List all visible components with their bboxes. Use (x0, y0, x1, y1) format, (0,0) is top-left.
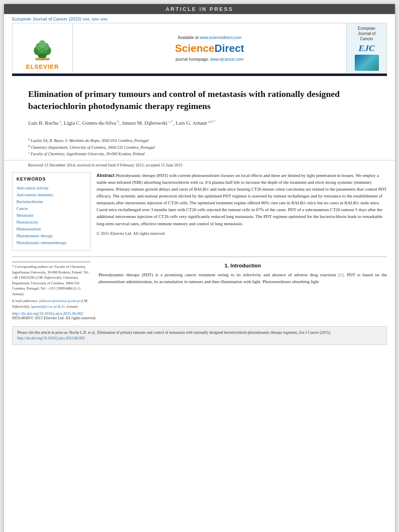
copyright-line: © 2015 Elsevier Ltd. All rights reserved… (97, 230, 387, 237)
keyword-phototoxicity[interactable]: Phototoxicity (16, 219, 86, 226)
email-dabrowski-link[interactable]: jdabrows@chemia.uj.edu.pl (39, 299, 80, 303)
introduction-heading: 1. Introduction (224, 263, 261, 269)
keywords-box: KEYWORDS Anti-cancer activity Anti-tumou… (12, 172, 90, 251)
abstract-text: Photodynamic therapy (PDT) with current … (97, 173, 387, 226)
banner-text: ARTICLE IN PRESS (166, 6, 234, 12)
ejc-logo-box: European Journal of Cancer EJC (346, 23, 387, 73)
footnote-body: Faculty of Chemistry, Jagiellonian Unive… (12, 265, 90, 296)
affiliations: a Luzitin SA, R. Bayer, S. Martinho do B… (4, 137, 395, 157)
elsevier-tree-icon (27, 39, 58, 62)
aff-super-c: c (28, 151, 30, 154)
footnotes-left: * Corresponding authors at: Faculty of C… (12, 262, 90, 309)
footnote-corresponding: * Corresponding authors at: Faculty of C… (12, 264, 90, 297)
footnotes-top-divider (12, 262, 90, 262)
elsevier-logo-box: ELSEVIER (12, 23, 73, 73)
svg-rect-8 (35, 58, 49, 60)
abstract-section: Abstract Photodynamic therapy (PDT) with… (97, 172, 387, 237)
two-col-section: KEYWORDS Anti-cancer activity Anti-tumou… (4, 172, 395, 251)
citation-link[interactable]: http://dx.doi.org/10.1016/j.ejca.2015.06… (17, 336, 85, 340)
article-in-press-banner: ARTICLE IN PRESS (4, 4, 395, 14)
page: ARTICLE IN PRESS European Journal of Can… (4, 4, 395, 532)
author-super-c: c,* (169, 119, 173, 123)
author-super-a: a (60, 119, 61, 123)
sciencedirect-box: Available at www.sciencedirect.com Scien… (73, 23, 346, 73)
keyword-anti-tumour[interactable]: Anti-tumour immunity (16, 191, 86, 198)
sciencedirect-url[interactable]: www.sciencedirect.com (200, 35, 241, 40)
footnote-corresponding-text: Corresponding authors at: (15, 265, 53, 269)
introduction-heading-wrapper: 1. Introduction (99, 262, 387, 269)
doi-issn: 0959-8049/© 2015 Elsevier Ltd. All right… (12, 316, 387, 320)
journal-homepage-text: journal homepage: www.ejcancer.com (176, 57, 243, 62)
doi-area: http://dx.doi.org/10.1016/j.ejca.2015.06… (4, 309, 395, 322)
author-super-b: b (117, 119, 119, 123)
ejc-cover-image (355, 55, 379, 71)
article-title-area: Elimination of primary tumours and contr… (4, 76, 395, 137)
keyword-immunotherapy[interactable]: Photodynamic-immunotherapy (16, 239, 86, 246)
right-col: Abstract Photodynamic therapy (PDT) with… (97, 172, 387, 251)
aff-super-a: a (28, 138, 30, 141)
available-at-text: Available at www.sciencedirect.com (178, 35, 241, 40)
keywords-title: KEYWORDS (16, 177, 86, 181)
keyword-bacteriochlorins[interactable]: Bacteriochlorins (16, 198, 86, 205)
sd-direct: Direct (214, 42, 244, 54)
keyword-metastasis[interactable]: Metastasis (16, 212, 86, 219)
doi-link-line: http://dx.doi.org/10.1016/j.ejca.2015.06… (12, 311, 387, 316)
introduction-text: Photodynamic therapy (PDT) is a promisin… (99, 271, 387, 285)
email-arnaut-link[interactable]: lgarnaut@ci.uc.pt (31, 304, 57, 308)
email-arnaut-name: (L.G. Arnaut). (58, 304, 79, 308)
svg-point-7 (39, 40, 46, 48)
footnotes-right: 1. Introduction Photodynamic therapy (PD… (99, 262, 387, 309)
left-col: KEYWORDS Anti-cancer activity Anti-tumou… (12, 172, 90, 251)
doi-link[interactable]: http://dx.doi.org/10.1016/j.ejca.2015.06… (12, 311, 83, 316)
article-title: Elimination of primary tumours and contr… (28, 88, 371, 112)
journal-header: European Journal of Cancer (2015) xxx, x… (4, 14, 395, 21)
intro-text-part1: Photodynamic therapy (PDT) is a promisin… (99, 272, 338, 277)
journal-title-line: European Journal of Cancer (2015) xxx, x… (12, 16, 387, 21)
ejc-letters: EJC (358, 43, 374, 53)
author-super-ab: a,b,* (208, 119, 216, 123)
affiliation-b: b Chemistry Department, University of Co… (28, 144, 371, 150)
footnote-email: E-mail addresses: jdabrows@chemia.uj.edu… (12, 298, 90, 309)
sd-science: Science (175, 42, 214, 54)
section-divider (12, 257, 387, 257)
abstract-label: Abstract (97, 173, 115, 178)
footnotes-area: * Corresponding authors at: Faculty of C… (4, 262, 395, 309)
citation-text: Please cite this article in press as: Ro… (17, 331, 331, 335)
keyword-photodynamic[interactable]: Photodynamic therapy (16, 232, 86, 239)
footnote-star: * (12, 265, 15, 269)
elsevier-text: ELSEVIER (26, 63, 59, 70)
journal-homepage-link[interactable]: www.ejcancer.com (210, 57, 243, 62)
header-logos-row: ELSEVIER Available at www.sciencedirect.… (12, 23, 387, 74)
sciencedirect-logo: ScienceDirect (175, 42, 244, 55)
authors-line: Luis B. Rocha a, Lígia C. Gomes-da-Silva… (28, 119, 371, 127)
keyword-cancer[interactable]: Cancer (16, 205, 86, 212)
email-label: E-mail addresses: (12, 299, 38, 303)
keyword-anti-cancer[interactable]: Anti-cancer activity (16, 185, 86, 191)
intro-ref-1[interactable]: [1] (338, 272, 343, 277)
ejc-small-text: European Journal of Cancer (358, 26, 376, 41)
citation-box: Please cite this article in press as: Ro… (12, 326, 387, 345)
received-line: Received 13 December 2014; received in r… (4, 160, 395, 167)
affiliation-c: c Faculty of Chemistry, Jagiellonian Uni… (28, 150, 371, 157)
aff-super-b: b (28, 144, 30, 148)
affiliation-a: a Luzitin SA, R. Bayer, S. Martinho do B… (28, 137, 371, 144)
keyword-photosensitiser[interactable]: Photosensitiser (16, 226, 86, 232)
